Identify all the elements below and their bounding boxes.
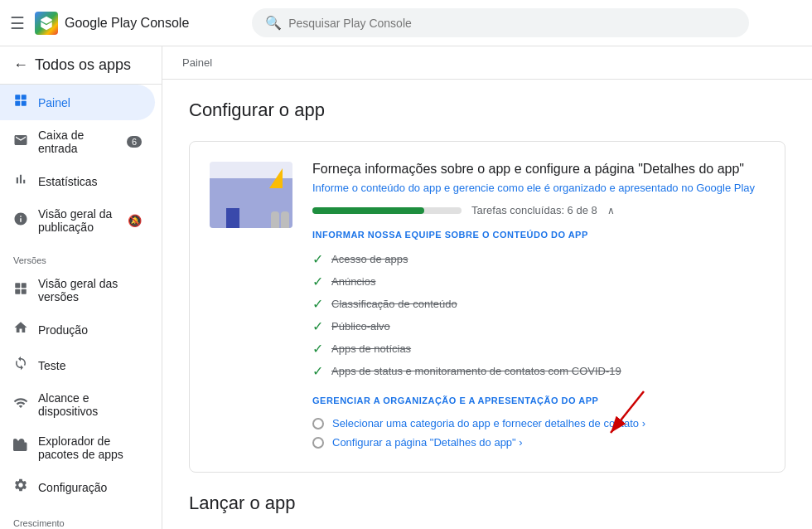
person2-shape xyxy=(281,211,289,228)
svg-rect-6 xyxy=(15,289,20,294)
painel-label: Painel xyxy=(38,96,70,109)
configuracao-icon xyxy=(13,478,28,497)
svg-rect-2 xyxy=(15,101,20,106)
inbox-label: Caixa de entrada xyxy=(38,129,117,155)
card-subtitle: Informe o conteúdo do app e gerencie com… xyxy=(312,182,765,194)
menu-icon[interactable]: ☰ xyxy=(10,13,25,33)
check-icon: ✓ xyxy=(312,251,323,267)
producao-label: Produção xyxy=(38,323,88,337)
section2-label: GERENCIAR A ORGANIZAÇÃO E A APRESENTAÇÃO… xyxy=(312,396,765,405)
main-body: Configurar o app Forneça informações sob… xyxy=(162,80,812,529)
card-heading: Forneça informações sobre o app e config… xyxy=(312,162,765,177)
progress-bar-outer xyxy=(312,207,462,214)
svg-rect-7 xyxy=(22,289,27,294)
sidebar-item-producao[interactable]: Produção xyxy=(0,312,155,347)
check-icon: ✓ xyxy=(312,341,323,357)
chevron-up-icon[interactable]: ∧ xyxy=(607,205,615,216)
versions-section-label: Versões xyxy=(0,242,162,269)
alcance-label: Alcance e dispositivos xyxy=(38,391,142,418)
sidebar-item-alcance[interactable]: Alcance e dispositivos xyxy=(0,383,155,426)
search-icon: 🔍 xyxy=(265,15,282,31)
main-content: Painel Configurar o app Forneça informaç… xyxy=(162,46,812,529)
card-illustration xyxy=(210,162,292,228)
logo: Google Play Console xyxy=(35,12,189,35)
task-anuncios: ✓ Anúncios xyxy=(312,270,765,293)
publicacao-label: Visão geral da publicação xyxy=(38,207,118,234)
logo-icon xyxy=(35,12,58,35)
task-pagina-detalhes[interactable]: Configurar a página "Detalhes do app" › xyxy=(312,433,765,452)
task-acesso-apps: ✓ Acesso de apps xyxy=(312,248,765,270)
task-label: Acesso de apps xyxy=(331,253,408,265)
stats-label: Estatísticas xyxy=(38,175,98,188)
versoes-label: Visão geral das versões xyxy=(38,277,142,303)
sidebar-item-configuracao[interactable]: Configuração xyxy=(0,469,155,505)
task-label: Classificação de conteúdo xyxy=(331,298,457,310)
topbar: ☰ Google Play Console 🔍 xyxy=(0,0,812,46)
task-categoria[interactable]: Selecionar uma categoria do app e fornec… xyxy=(312,414,765,433)
svg-rect-5 xyxy=(22,283,27,288)
app-title: Google Play Console xyxy=(65,16,189,31)
svg-rect-4 xyxy=(15,283,20,288)
back-arrow-icon: ← xyxy=(13,56,28,74)
triangle-shape xyxy=(269,168,283,188)
task-label: Público-alvo xyxy=(331,320,390,332)
alcance-icon xyxy=(13,396,28,415)
task-pagina-link[interactable]: Configurar a página "Detalhes do app" › xyxy=(332,436,523,449)
check-icon: ✓ xyxy=(312,363,323,379)
search-bar[interactable]: 🔍 xyxy=(252,8,749,37)
sidebar-item-visao-versoes[interactable]: Visão geral das versões xyxy=(0,269,155,312)
red-arrow-annotation xyxy=(594,383,660,449)
circle-icon xyxy=(312,418,324,430)
svg-rect-0 xyxy=(15,95,20,99)
svg-rect-3 xyxy=(22,101,27,106)
painel-icon xyxy=(13,93,28,112)
sidebar-item-painel[interactable]: Painel xyxy=(0,85,155,120)
explorador-label: Explorador de pacotes de apps xyxy=(38,434,142,461)
task-apps-noticias: ✓ Apps de notícias xyxy=(312,337,765,360)
task-label: Apps de status e monitoramento de contat… xyxy=(331,365,621,377)
sidebar-item-visao-publicacao[interactable]: Visão geral da publicação 🔕 xyxy=(0,199,155,242)
launch-section: Lançar o app xyxy=(189,493,785,514)
back-button[interactable]: ← Todos os apps xyxy=(0,46,162,85)
versoes-icon xyxy=(13,281,28,300)
task-label: Apps de notícias xyxy=(331,342,411,355)
check-icon: ✓ xyxy=(312,274,323,289)
explorador-icon xyxy=(13,439,28,458)
task-apps-covid: ✓ Apps de status e monitoramento de cont… xyxy=(312,360,765,382)
svg-rect-1 xyxy=(22,95,27,99)
task-classificacao: ✓ Classificação de conteúdo xyxy=(312,293,765,315)
card-body: Forneça informações sobre o app e config… xyxy=(312,162,765,452)
launch-title: Lançar o app xyxy=(189,493,785,514)
task-label: Anúncios xyxy=(331,275,375,288)
check-icon: ✓ xyxy=(312,318,323,334)
progress-text: Tarefas concluídas: 6 de 8 xyxy=(471,204,597,216)
teste-label: Teste xyxy=(38,359,65,372)
people-shapes xyxy=(271,211,289,228)
circle-icon xyxy=(312,437,324,449)
sidebar-item-estatisticas[interactable]: Estatísticas xyxy=(0,163,155,199)
sidebar-item-explorador[interactable]: Explorador de pacotes de apps xyxy=(0,426,155,469)
sidebar-item-teste[interactable]: Teste xyxy=(0,347,155,383)
door-shape xyxy=(226,208,239,228)
task-publico-alvo: ✓ Público-alvo xyxy=(312,315,765,337)
svg-line-8 xyxy=(611,391,644,433)
inbox-badge: 6 xyxy=(127,136,142,148)
breadcrumb: Painel xyxy=(162,46,812,80)
configure-app-card: Forneça informações sobre o app e config… xyxy=(189,141,785,473)
page-title: Configurar o app xyxy=(189,99,785,121)
person1-shape xyxy=(271,211,279,228)
growth-section-label: Crescimento xyxy=(0,505,162,529)
check-icon: ✓ xyxy=(312,296,323,312)
teste-icon xyxy=(13,356,28,375)
progress-row: Tarefas concluídas: 6 de 8 ∧ xyxy=(312,204,765,216)
sidebar-item-caixa-entrada[interactable]: Caixa de entrada 6 xyxy=(0,120,155,163)
muted-icon: 🔕 xyxy=(128,214,142,227)
back-label: Todos os apps xyxy=(35,56,131,74)
progress-bar-inner xyxy=(312,207,424,214)
search-input[interactable] xyxy=(288,17,736,30)
section1-label: INFORMAR NOSSA EQUIPE SOBRE O CONTEÚDO D… xyxy=(312,230,765,240)
stats-icon xyxy=(13,172,28,191)
producao-icon xyxy=(13,320,28,339)
configuracao-label: Configuração xyxy=(38,481,107,494)
inbox-icon xyxy=(13,133,28,152)
